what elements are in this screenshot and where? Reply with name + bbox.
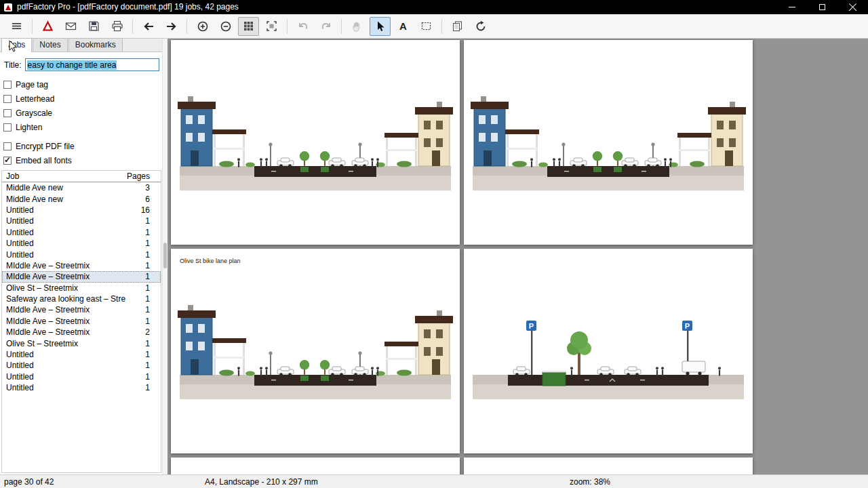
preview-area[interactable]: Olive St bike lane plan xyxy=(168,39,868,474)
checkbox[interactable] xyxy=(3,142,12,150)
print-button[interactable] xyxy=(106,17,127,36)
tab-bookmarks[interactable]: Bookmarks xyxy=(68,38,123,52)
preview-page-2[interactable] xyxy=(464,40,753,245)
job-list-row[interactable]: Untitled 16 xyxy=(2,205,161,216)
zoom-out-icon xyxy=(220,20,232,33)
redo-button[interactable] xyxy=(315,17,336,36)
job-list-row[interactable]: Olive St – Streetmix 1 xyxy=(2,338,161,348)
checkbox-row[interactable]: Letterhead xyxy=(0,92,167,106)
thumbnail-grid-view-button[interactable] xyxy=(238,17,259,36)
job-list-row[interactable]: MIddle Ave – Streetmix 2 xyxy=(2,327,161,338)
job-page-count: 1 xyxy=(125,361,157,370)
job-list-row[interactable]: Untitled 1 xyxy=(2,349,161,360)
next-page-button[interactable] xyxy=(161,17,182,36)
zoom-out-button[interactable] xyxy=(215,17,236,36)
title-input[interactable]: easy to change title area xyxy=(25,58,159,71)
job-name: Untitled xyxy=(6,239,125,248)
tab-jobs[interactable]: Jobs xyxy=(1,38,32,52)
column-header-pages[interactable]: Pages xyxy=(125,171,157,181)
maximize-icon xyxy=(819,4,825,10)
job-list-row[interactable]: Untitled 1 xyxy=(2,371,161,382)
job-list-row[interactable]: Untitled 1 xyxy=(2,382,161,393)
maximize-button[interactable] xyxy=(807,0,837,14)
job-list-row[interactable]: Safeway area looking east – Street... 1 xyxy=(2,293,161,304)
job-list-row[interactable]: Middle Ave new 6 xyxy=(2,193,161,204)
checkbox-row[interactable]: Embed all fonts xyxy=(0,153,167,167)
email-button[interactable] xyxy=(60,17,81,36)
job-list-row[interactable]: Untitled 1 xyxy=(2,227,161,238)
checkbox-group: Page tag Letterhead Grayscale Lighten En… xyxy=(0,77,167,167)
menu-button[interactable] xyxy=(6,17,27,36)
column-header-job[interactable]: Job xyxy=(6,171,125,181)
job-list-row[interactable]: Untitled 1 xyxy=(2,360,161,371)
email-icon xyxy=(65,20,77,32)
job-list-row[interactable]: Olive St – Streetmix 1 xyxy=(2,283,161,293)
hand-pan-tool-button[interactable] xyxy=(347,17,368,36)
street-with-parking-signs-illustration xyxy=(464,249,753,453)
sidebar-tabs: Jobs Notes Bookmarks xyxy=(0,39,167,52)
checkbox-label: Embed all fonts xyxy=(16,156,72,165)
checkbox[interactable] xyxy=(3,95,12,103)
fit-page-button[interactable] xyxy=(261,17,282,36)
text-tool-button[interactable]: A xyxy=(393,17,414,36)
preview-page-1[interactable] xyxy=(171,40,460,245)
checkbox-row[interactable]: Encrypt PDF file xyxy=(0,139,167,153)
previous-page-button[interactable] xyxy=(138,17,159,36)
open-in-acrobat-button[interactable] xyxy=(37,17,58,36)
text-tool-icon: A xyxy=(399,20,407,32)
checkbox-row[interactable]: Grayscale xyxy=(0,106,167,120)
job-name: Untitled xyxy=(6,205,125,215)
select-tool-button[interactable] xyxy=(370,17,391,36)
job-list-row[interactable]: Middle Ave new 3 xyxy=(2,182,161,193)
checkbox[interactable] xyxy=(3,123,12,131)
preview-page-4[interactable] xyxy=(464,249,753,453)
job-name: Untitled xyxy=(6,350,125,359)
job-list-row[interactable]: MIddle Ave – Streetmix 1 xyxy=(2,304,161,315)
sidebar-scrollbar[interactable] xyxy=(162,39,167,474)
job-page-count: 1 xyxy=(125,317,157,326)
undo-button[interactable] xyxy=(292,17,313,36)
checkbox[interactable] xyxy=(3,157,12,165)
status-bar: page 30 of 42 A4, Landscape - 210 x 297 … xyxy=(0,474,868,488)
checkbox-label: Grayscale xyxy=(16,108,52,118)
title-field-row: Title: easy to change title area xyxy=(4,58,159,71)
job-list-row[interactable]: MIddle Ave – Streetmix 1 xyxy=(2,271,161,282)
checkbox-row[interactable]: Page tag xyxy=(0,77,167,92)
checkbox[interactable] xyxy=(3,109,12,117)
refresh-button[interactable] xyxy=(470,17,491,36)
job-list-row[interactable]: MIddle Ave – Streetmix 1 xyxy=(2,316,161,327)
job-name: Middle Ave new xyxy=(6,183,125,192)
acrobat-pdf-icon xyxy=(42,20,54,32)
status-page-info: page 30 of 42 xyxy=(4,477,54,487)
minimize-button[interactable] xyxy=(776,0,807,14)
close-button[interactable] xyxy=(837,0,868,14)
job-page-count: 1 xyxy=(125,339,157,348)
preview-page-6-partial[interactable] xyxy=(464,458,753,474)
job-list-header: Job Pages xyxy=(2,171,161,182)
app-window: pdfFactory Pro - [pdfFactory document.pd… xyxy=(0,0,868,488)
job-list: Job Pages Middle Ave new 3 Middle Ave ne… xyxy=(1,170,161,473)
job-list-row[interactable]: Untitled 1 xyxy=(2,238,161,249)
zoom-in-button[interactable] xyxy=(192,17,213,36)
job-name: Untitled xyxy=(6,216,125,226)
save-button[interactable] xyxy=(83,17,104,36)
job-name: MIddle Ave – Streetmix xyxy=(6,261,125,270)
job-list-row[interactable]: MIddle Ave – Streetmix 1 xyxy=(2,260,161,271)
job-page-count: 3 xyxy=(125,183,157,192)
cursor-arrow-icon xyxy=(375,20,386,33)
scrollbar-thumb[interactable] xyxy=(163,243,167,268)
copy-pages-button[interactable] xyxy=(447,17,468,36)
tab-notes[interactable]: Notes xyxy=(33,38,67,52)
zoom-in-icon xyxy=(197,20,209,33)
job-name: Olive St – Streetmix xyxy=(6,339,125,348)
job-page-count: 1 xyxy=(125,283,157,293)
main-area: Jobs Notes Bookmarks Title: easy to chan… xyxy=(0,39,868,474)
job-list-row[interactable]: Untitled 1 xyxy=(2,249,161,260)
checkbox[interactable] xyxy=(3,81,12,89)
preview-page-3[interactable]: Olive St bike lane plan xyxy=(171,249,460,453)
checkbox-label: Letterhead xyxy=(16,94,54,104)
marquee-select-button[interactable] xyxy=(416,17,437,36)
checkbox-row[interactable]: Lighten xyxy=(0,120,167,134)
preview-page-5-partial[interactable] xyxy=(171,458,460,474)
job-list-row[interactable]: Untitled 1 xyxy=(2,216,161,226)
